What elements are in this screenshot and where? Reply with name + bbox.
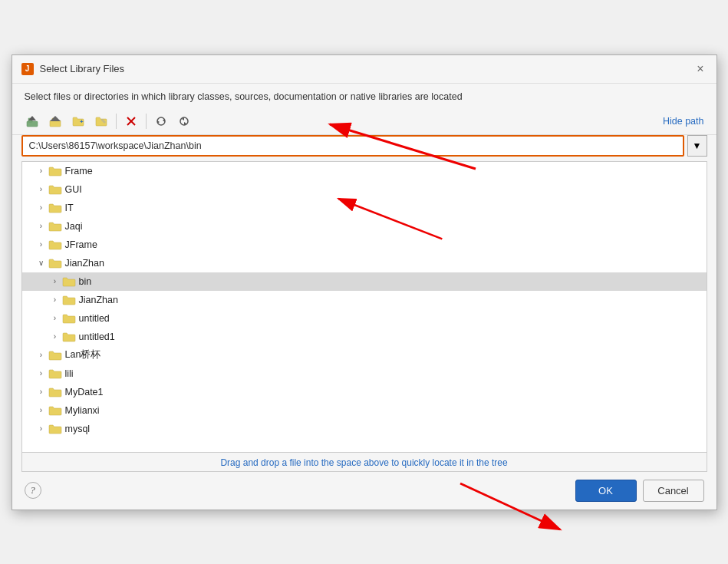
- folder-icon-bin: [62, 275, 79, 288]
- folder-icon-untitled: [62, 312, 79, 325]
- tree-item-lili[interactable]: › lili: [22, 364, 707, 383]
- item-label-mylianxi: Mylianxi: [65, 405, 100, 416]
- help-button[interactable]: ?: [25, 482, 41, 499]
- chevron-jaqi[interactable]: ›: [35, 219, 48, 233]
- dialog-title: Select Library Files: [40, 63, 125, 74]
- chevron-jframe[interactable]: ›: [35, 238, 48, 252]
- folder-icon-jaqi: [48, 220, 65, 233]
- folder-icon-mylianxi: [48, 404, 65, 417]
- path-dropdown-button[interactable]: ▼: [687, 135, 707, 157]
- chevron-lili[interactable]: ›: [35, 367, 48, 381]
- path-input[interactable]: [21, 135, 684, 157]
- folder-icon-jianzhan: [48, 257, 65, 269]
- folder-icon-jianzhan2: [62, 294, 79, 306]
- item-label-gui: GUI: [65, 184, 82, 195]
- tree-item-jianzhan2[interactable]: › JianZhan: [22, 291, 707, 309]
- folder-icon-lili: [48, 368, 65, 380]
- folder-icon-it: [48, 202, 65, 214]
- chevron-bin[interactable]: ›: [48, 275, 62, 289]
- item-label-untitled1: untitled1: [79, 331, 115, 342]
- folder-icon-gui: [48, 183, 65, 196]
- item-label-mydate1: MyDate1: [65, 387, 104, 397]
- item-label-mysql: mysql: [65, 424, 91, 434]
- sync-button[interactable]: [173, 111, 195, 131]
- item-label-jframe: JFrame: [65, 239, 97, 250]
- chevron-mylianxi[interactable]: ›: [35, 404, 48, 417]
- tree-item-it[interactable]: › IT: [22, 199, 707, 217]
- home-button[interactable]: [44, 111, 66, 131]
- chevron-jianzhan2[interactable]: ›: [48, 293, 62, 307]
- footer-buttons: OK Cancel: [575, 480, 704, 502]
- hide-path-link[interactable]: Hide path: [660, 114, 707, 128]
- chevron-it[interactable]: ›: [35, 201, 48, 215]
- chevron-frame[interactable]: ›: [35, 164, 48, 178]
- separator-1: [116, 114, 117, 129]
- tree-item-untitled1[interactable]: › untitled1: [22, 328, 707, 346]
- svg-marker-10: [157, 120, 160, 124]
- chevron-gui[interactable]: ›: [35, 183, 48, 196]
- folder-icon-jframe: [48, 239, 65, 251]
- item-label-lili: lili: [65, 368, 74, 379]
- close-button[interactable]: ×: [693, 61, 707, 77]
- tree-item-mysql[interactable]: › mysql: [22, 420, 707, 438]
- folder-icon-untitled1: [62, 331, 79, 343]
- svg-rect-3: [50, 120, 61, 127]
- tree-item-mylianxi[interactable]: › Mylianxi: [22, 401, 707, 420]
- cancel-button[interactable]: Cancel: [643, 480, 704, 502]
- item-label-untitled: untitled: [79, 313, 110, 324]
- app-icon: J: [21, 63, 34, 75]
- dialog-description: Select files or directories in which lib…: [12, 84, 716, 108]
- chevron-mysql[interactable]: ›: [35, 422, 48, 436]
- footer: ? OK Cancel: [12, 472, 716, 510]
- tree-item-lan[interactable]: › Lan桥杯: [22, 346, 707, 364]
- folder-icon-mysql: [48, 423, 65, 435]
- folder-icon-mydate1: [48, 386, 65, 398]
- toolbar-buttons: +: [21, 111, 195, 131]
- chevron-untitled1[interactable]: ›: [48, 330, 62, 344]
- title-bar: J Select Library Files ×: [12, 55, 716, 84]
- drag-hint: Drag and drop a file into the space abov…: [21, 453, 707, 472]
- toolbar: +: [12, 108, 716, 135]
- item-label-jianzhan2: JianZhan: [79, 295, 118, 305]
- tree-item-jianzhan[interactable]: ∨ JianZhan: [22, 254, 707, 272]
- item-label-frame: Frame: [65, 166, 93, 176]
- svg-marker-5: [50, 116, 61, 121]
- chevron-lan[interactable]: ›: [35, 348, 48, 362]
- item-label-it: IT: [65, 203, 74, 213]
- folder-icon-lan: [48, 349, 65, 361]
- separator-2: [146, 114, 147, 129]
- new-folder-button[interactable]: +: [68, 111, 89, 131]
- item-label-jaqi: Jaqi: [65, 221, 83, 232]
- tree-item-jaqi[interactable]: › Jaqi: [22, 217, 707, 236]
- ok-button[interactable]: OK: [575, 480, 637, 502]
- item-label-jianzhan: JianZhan: [65, 258, 104, 269]
- path-bar: ▼: [21, 135, 707, 157]
- folder-icon-frame: [48, 165, 65, 177]
- chevron-jianzhan[interactable]: ∨: [35, 256, 48, 270]
- chevron-untitled[interactable]: ›: [48, 312, 62, 325]
- delete-button[interactable]: [120, 111, 142, 131]
- browse-folder-button[interactable]: [91, 111, 112, 131]
- select-library-files-dialog: J Select Library Files × Select files or…: [12, 54, 717, 510]
- file-tree[interactable]: › Frame› GUI› IT› Jaqi› JFrame∨ JianZhan…: [21, 161, 707, 453]
- tree-item-gui[interactable]: › GUI: [22, 180, 707, 199]
- tree-item-untitled[interactable]: › untitled: [22, 309, 707, 328]
- refresh-button[interactable]: [150, 111, 172, 131]
- chevron-mydate1[interactable]: ›: [35, 385, 48, 399]
- tree-item-jframe[interactable]: › JFrame: [22, 236, 707, 254]
- tree-item-mydate1[interactable]: › MyDate1: [22, 383, 707, 401]
- svg-text:+: +: [80, 118, 84, 125]
- tree-area: › Frame› GUI› IT› Jaqi› JFrame∨ JianZhan…: [12, 161, 716, 453]
- item-label-bin: bin: [79, 276, 92, 287]
- navigate-up-button[interactable]: [21, 111, 43, 131]
- item-label-lan: Lan桥杯: [65, 348, 101, 361]
- title-bar-left: J Select Library Files: [21, 63, 125, 75]
- tree-item-frame[interactable]: › Frame: [22, 162, 707, 180]
- tree-item-bin[interactable]: › bin: [22, 272, 707, 291]
